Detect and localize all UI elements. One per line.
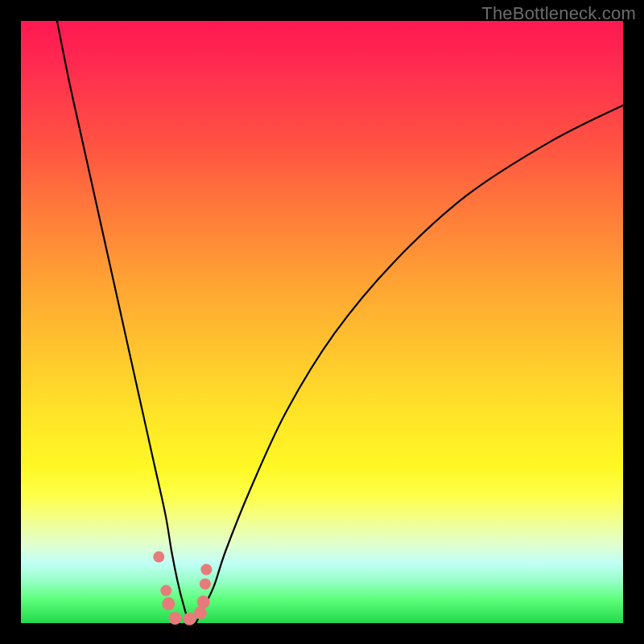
data-marker (168, 612, 181, 625)
data-marker (160, 585, 171, 597)
marker-layer (153, 551, 212, 625)
data-marker (153, 551, 164, 563)
curve-layer (21, 21, 623, 623)
data-marker (194, 606, 207, 619)
plot-area (21, 21, 623, 623)
data-marker (200, 578, 211, 589)
data-marker (197, 596, 210, 609)
data-marker (183, 613, 196, 625)
data-marker (162, 597, 175, 610)
data-marker (200, 564, 212, 575)
bottleneck-curve (57, 21, 623, 625)
chart-frame: TheBottleneck.com (0, 0, 644, 644)
